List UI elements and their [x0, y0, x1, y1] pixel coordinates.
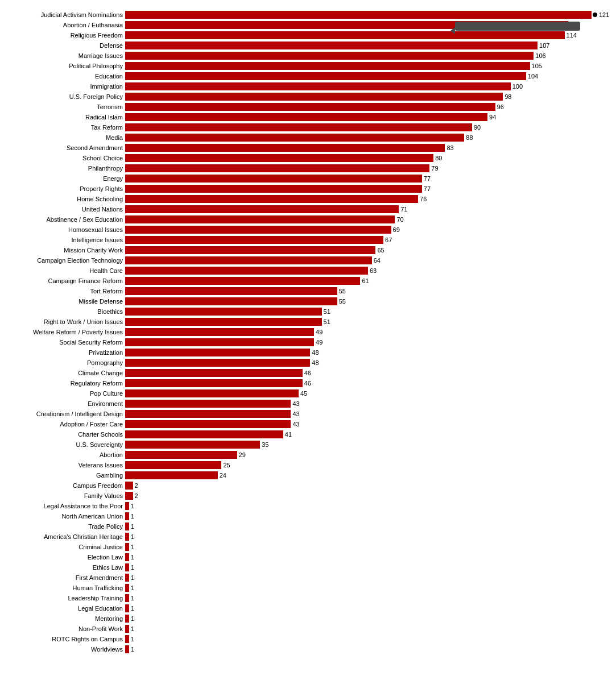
bar-wrap: 67 [125, 236, 610, 244]
bar-wrap: 121 [125, 11, 610, 19]
bar-row: Abstinence / Sex Education70 [6, 215, 610, 224]
bar-label: Regulatory Reform [6, 380, 125, 387]
bar [125, 420, 291, 428]
bar-value: 1 [131, 625, 134, 632]
bar [125, 523, 129, 530]
bar-value: 105 [532, 63, 542, 69]
bar-row: Campus Freedom2 [6, 481, 610, 490]
bar-value: 46 [304, 380, 311, 387]
bar-label: Abortion / Euthanasia [6, 22, 125, 28]
bar-wrap: 96 [125, 103, 610, 111]
bar-row: Adoption / Foster Care43 [6, 420, 610, 429]
bar-label: Mission Charity Work [6, 247, 125, 254]
bar-row: Second Amendment83 [6, 143, 610, 152]
bar-value: 55 [339, 288, 346, 295]
bar-label: Intelligence Issues [6, 237, 125, 243]
bar [125, 635, 129, 643]
bar [125, 502, 129, 510]
bar-value: 1 [131, 636, 134, 642]
bar-wrap: 69 [125, 226, 610, 234]
bar-wrap: 105 [125, 62, 610, 70]
bar [125, 482, 133, 490]
bar-value: 51 [324, 308, 330, 315]
bar-row: Judicial Activism Nominations121 [6, 10, 610, 19]
bar-value: 106 [535, 52, 545, 59]
bar-label: Leadership Training [6, 595, 125, 602]
bar-row: Marriage Issues106 [6, 51, 610, 60]
bar-row: School Choice80 [6, 154, 610, 163]
bar [125, 205, 399, 213]
bar-row: Criminal Justice1 [6, 542, 610, 552]
bar-value: 1 [131, 523, 134, 530]
bar [125, 492, 133, 500]
bar-wrap: 64 [125, 256, 610, 264]
bar-wrap: 107 [125, 42, 610, 49]
bar [125, 430, 283, 438]
bar-row: Missile Defense55 [6, 297, 610, 306]
bar-label: Social Security Reform [6, 339, 125, 346]
bar-label: Human Trafficking [6, 584, 125, 591]
bar-value: 80 [435, 155, 442, 161]
bar [125, 369, 303, 377]
bar-wrap: 71 [125, 205, 610, 213]
bar-row: First Amendment1 [6, 573, 610, 582]
bar-value: 1 [131, 574, 134, 581]
bar-wrap: 43 [125, 420, 610, 428]
bar-wrap: 49 [125, 338, 610, 346]
bar-row: Energy77 [6, 174, 610, 183]
bar-row: Trade Policy1 [6, 522, 610, 531]
bar-row: Radical Islam94 [6, 113, 610, 122]
bar-value: 1 [131, 554, 134, 561]
bar-label: Gambling [6, 472, 125, 479]
bar-label: Political Philosophy [6, 63, 125, 69]
bar-value: 98 [505, 93, 511, 100]
bar [125, 277, 360, 285]
bar [125, 134, 464, 142]
bar-wrap: 55 [125, 287, 610, 295]
bar [125, 359, 310, 367]
bar-label: Home Schooling [6, 196, 125, 202]
bar-value: 46 [304, 370, 311, 376]
bar-row: Abortion29 [6, 450, 610, 459]
bar-wrap: 100 [125, 82, 610, 90]
bar-value: 63 [370, 267, 377, 274]
bar-label: Welfare Reform / Poverty Issues [6, 329, 125, 335]
bar-value: 71 [400, 206, 407, 213]
bar-wrap: 1 [125, 553, 610, 561]
bar-row: Gambling24 [6, 471, 610, 480]
bar-label: ROTC Rights on Campus [6, 636, 125, 642]
bar-label: Health Care [6, 267, 125, 274]
bar-value: 35 [262, 441, 268, 448]
bar-row: Legal Assistance to the Poor1 [6, 501, 610, 511]
bar [125, 52, 534, 60]
bar-wrap: 46 [125, 379, 610, 387]
bar-wrap: 1 [125, 625, 610, 633]
bar-label: Education [6, 73, 125, 80]
bar [125, 584, 129, 592]
bar-value: 90 [474, 124, 481, 131]
chart-container: Judicial Activism Nominations121Abortion… [6, 10, 610, 654]
bar [125, 103, 495, 111]
bar [125, 123, 472, 131]
bar-value: 43 [292, 421, 299, 428]
bar-value: 49 [316, 339, 323, 346]
bar-label: Creationism / Intelligent Design [6, 411, 125, 417]
bar-value: 45 [300, 390, 307, 397]
bar-value: 48 [312, 359, 319, 366]
bar [125, 615, 129, 623]
bar-label: Adoption / Foster Care [6, 421, 125, 428]
bar-value: 121 [599, 11, 609, 18]
bar [125, 625, 129, 633]
bar-row: Pornography48 [6, 358, 610, 367]
bar-row: Tax Reform90 [6, 123, 610, 132]
bar-label: Ethics Law [6, 564, 125, 571]
bar [125, 297, 337, 305]
bar-row: Terrorism96 [6, 102, 610, 111]
bar-row: Tort Reform55 [6, 287, 610, 296]
bar-wrap: 41 [125, 430, 610, 438]
bar-wrap: 51 [125, 318, 610, 326]
bar-row: U.S. Foreign Policy98 [6, 92, 610, 101]
bar [125, 553, 129, 561]
bar-value: 1 [131, 533, 134, 540]
bar [125, 338, 314, 346]
